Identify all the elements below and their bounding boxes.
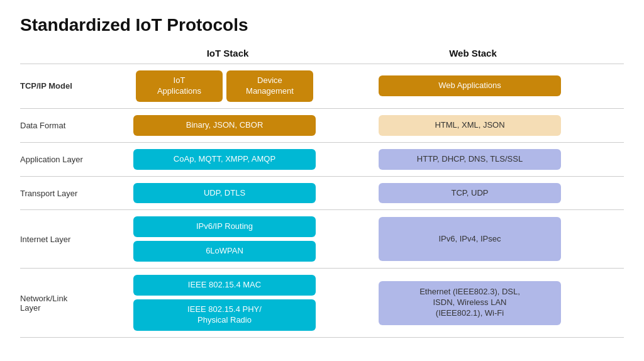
web-col: IPv6, IPv4, IPsec (369, 217, 570, 261)
iot-box: Binary, JSON, CBOR (133, 115, 316, 136)
iot-col: CoAp, MQTT, XMPP, AMQP (118, 149, 331, 170)
header-row: IoT Stack Web Stack (121, 48, 624, 58)
row-label: Application Layer (20, 155, 118, 164)
web-box: HTTP, DHCP, DNS, TLS/SSL (379, 149, 561, 170)
iot-col: UDP, DTLS (118, 183, 331, 204)
iot-box: IoT Applications (136, 70, 223, 102)
row-label: Data Format (20, 121, 118, 130)
web-box: Web Applications (379, 75, 561, 96)
rows-container: TCP/IP ModelIoT ApplicationsDevice Manag… (20, 64, 624, 338)
iot-box: CoAp, MQTT, XMPP, AMQP (133, 149, 316, 170)
row-label: Network/Link Layer (20, 294, 118, 313)
web-col: HTML, XML, JSON (369, 115, 570, 136)
table-row: TCP/IP ModelIoT ApplicationsDevice Manag… (20, 64, 624, 108)
diagram: IoT Stack Web Stack TCP/IP ModelIoT Appl… (20, 48, 624, 338)
iot-box: 6LoWPAN (133, 241, 316, 262)
iot-box: Device Management (226, 70, 313, 102)
web-col: TCP, UDP (369, 183, 570, 204)
row-label: Internet Layer (20, 235, 118, 244)
iot-stack-header: IoT Stack (121, 48, 335, 58)
web-box: Ethernet (IEEE802.3), DSL, ISDN, Wireles… (379, 281, 561, 325)
table-row: Data FormatBinary, JSON, CBORHTML, XML, … (20, 108, 624, 142)
iot-col: IoT ApplicationsDevice Management (118, 70, 331, 102)
web-col: HTTP, DHCP, DNS, TLS/SSL (369, 149, 570, 170)
row-label: TCP/IP Model (20, 81, 118, 91)
web-col: Web Applications (369, 75, 570, 96)
web-stack-header: Web Stack (372, 48, 574, 58)
page-title: Standardized IoT Protocols (20, 15, 624, 35)
iot-box: IEEE 802.15.4 MAC (133, 275, 316, 296)
table-row: Transport LayerUDP, DTLSTCP, UDP (20, 176, 624, 210)
iot-box: IEEE 802.15.4 PHY/ Physical Radio (133, 299, 316, 331)
table-row: Network/Link LayerIEEE 802.15.4 MACIEEE … (20, 268, 624, 338)
web-box: TCP, UDP (379, 183, 561, 204)
row-label: Transport Layer (20, 189, 118, 198)
iot-col: IPv6/IP Routing6LoWPAN (118, 216, 331, 262)
web-box: IPv6, IPv4, IPsec (379, 217, 561, 261)
table-row: Internet LayerIPv6/IP Routing6LoWPANIPv6… (20, 209, 624, 268)
iot-col: Binary, JSON, CBOR (118, 115, 331, 136)
web-box: HTML, XML, JSON (379, 115, 561, 136)
iot-box: IPv6/IP Routing (133, 216, 316, 237)
web-col: Ethernet (IEEE802.3), DSL, ISDN, Wireles… (369, 281, 570, 325)
table-row: Application LayerCoAp, MQTT, XMPP, AMQPH… (20, 142, 624, 176)
iot-col: IEEE 802.15.4 MACIEEE 802.15.4 PHY/ Phys… (118, 275, 331, 331)
iot-box: UDP, DTLS (133, 183, 316, 204)
